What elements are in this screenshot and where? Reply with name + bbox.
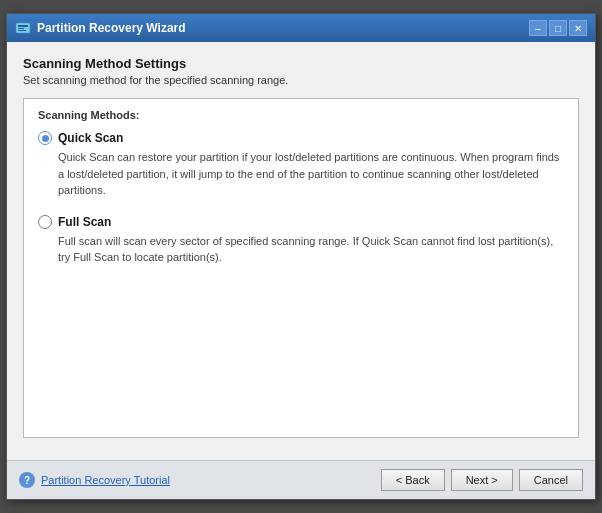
- back-button[interactable]: < Back: [381, 469, 445, 491]
- full-scan-label[interactable]: Full Scan: [38, 215, 564, 229]
- scanning-methods-box: Scanning Methods: Quick Scan Quick Scan …: [23, 98, 579, 438]
- full-scan-name: Full Scan: [58, 215, 111, 229]
- quick-scan-label[interactable]: Quick Scan: [38, 131, 564, 145]
- minimize-button[interactable]: –: [529, 20, 547, 36]
- svg-rect-3: [18, 30, 26, 31]
- quick-scan-radio[interactable]: [38, 131, 52, 145]
- quick-scan-description: Quick Scan can restore your partition if…: [58, 149, 564, 199]
- svg-rect-2: [18, 28, 24, 29]
- quick-scan-name: Quick Scan: [58, 131, 123, 145]
- footer-left: ? Partition Recovery Tutorial: [19, 472, 170, 488]
- cancel-button[interactable]: Cancel: [519, 469, 583, 491]
- maximize-button[interactable]: □: [549, 20, 567, 36]
- title-controls: – □ ✕: [529, 20, 587, 36]
- page-subtitle: Set scanning method for the specified sc…: [23, 74, 579, 86]
- full-scan-description: Full scan will scan every sector of spec…: [58, 233, 564, 266]
- footer: ? Partition Recovery Tutorial < Back Nex…: [7, 460, 595, 499]
- page-title: Scanning Method Settings: [23, 56, 579, 71]
- next-button[interactable]: Next >: [451, 469, 513, 491]
- footer-buttons: < Back Next > Cancel: [381, 469, 583, 491]
- tutorial-link[interactable]: Partition Recovery Tutorial: [41, 474, 170, 486]
- main-window: Partition Recovery Wizard – □ ✕ Scanning…: [6, 13, 596, 500]
- quick-scan-option: Quick Scan Quick Scan can restore your p…: [38, 131, 564, 199]
- full-scan-option: Full Scan Full scan will scan every sect…: [38, 215, 564, 266]
- window-title: Partition Recovery Wizard: [37, 21, 186, 35]
- close-button[interactable]: ✕: [569, 20, 587, 36]
- scanning-methods-title: Scanning Methods:: [38, 109, 564, 121]
- title-bar-left: Partition Recovery Wizard: [15, 20, 186, 36]
- content-area: Scanning Method Settings Set scanning me…: [7, 42, 595, 460]
- help-icon: ?: [19, 472, 35, 488]
- app-icon: [15, 20, 31, 36]
- svg-rect-1: [18, 25, 28, 27]
- title-bar: Partition Recovery Wizard – □ ✕: [7, 14, 595, 42]
- full-scan-radio[interactable]: [38, 215, 52, 229]
